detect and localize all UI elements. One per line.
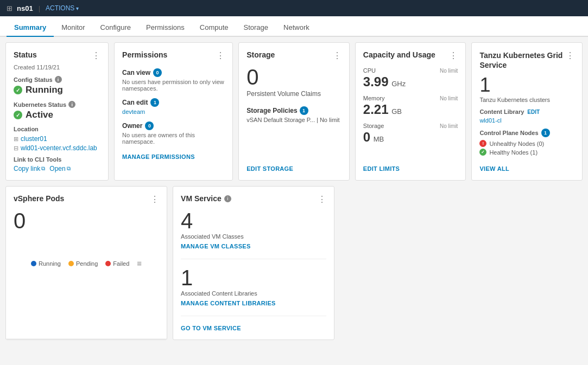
tab-monitor[interactable]: Monitor [54, 19, 92, 37]
capacity-card-title: Capacity and Usage [363, 50, 435, 59]
healthy-nodes-label: Healthy Nodes (1) [489, 149, 538, 156]
owner-text: No users are owners of this namespace. [122, 132, 225, 145]
tab-summary[interactable]: Summary [7, 19, 54, 37]
nav-tabs: Summary Monitor Configure Permissions Co… [0, 16, 588, 37]
open-icon: ⧉ [67, 165, 71, 172]
vm-service-card: VM Service i ⋮ 4 Associated VM Classes M… [173, 186, 334, 340]
storage-card: Storage ⋮ 0 Persistent Volume Claims Sto… [238, 42, 350, 181]
storage-usage-unit: MB [374, 135, 384, 143]
control-plane-label: Control Plane Nodes [479, 130, 538, 136]
storage-usage-section: Storage No limit 0 MB [363, 123, 458, 145]
can-view-label: Can view [122, 69, 150, 76]
content-library-label: Content Library [479, 108, 524, 115]
storage-card-menu-icon[interactable]: ⋮ [333, 50, 342, 61]
tanzu-card: Tanzu Kubernetes Grid Service ⋮ 1 Tanzu … [471, 42, 583, 181]
config-info-icon[interactable]: i [55, 76, 62, 83]
tab-permissions[interactable]: Permissions [138, 19, 192, 37]
memory-nolimit: No limit [440, 95, 458, 101]
healthy-node-icon: ✓ [479, 149, 486, 156]
cpu-label: CPU [363, 67, 376, 74]
vsphere-pods-card: vSphere Pods ⋮ 0 Running Pending Failed … [5, 186, 167, 340]
main-content: Status ⋮ Created 11/19/21 Config Status … [0, 37, 588, 345]
tanzu-card-title: Tanzu Kubernetes Grid Service [479, 50, 566, 70]
topbar-vm-icon: ⊞ [7, 4, 12, 12]
manage-content-libraries-link[interactable]: MANAGE CONTENT LIBRARIES [181, 300, 276, 306]
cpu-nolimit: No limit [440, 68, 458, 74]
storage-policy-value: vSAN Default Storage P... | No limit [246, 117, 342, 123]
cluster-icon: ⊞ [14, 136, 18, 143]
status-card-title: Status [14, 50, 37, 59]
content-library-name[interactable]: wld01-cl [479, 117, 501, 124]
pods-chart-legend: Running Pending Failed ≡ [14, 259, 159, 268]
manage-permissions-link[interactable]: MANAGE PERMISSIONS [122, 153, 195, 160]
vsphere-pods-title: vSphere Pods [14, 194, 64, 203]
owner-section: Owner 0 No users are owners of this name… [122, 121, 225, 145]
location-cluster[interactable]: ⊞ cluster01 [14, 135, 100, 143]
pending-legend-label: Pending [76, 260, 98, 267]
unhealthy-node-icon: ! [479, 140, 486, 147]
can-view-section: Can view 0 No users have permission to o… [122, 68, 225, 92]
vm-service-menu-icon[interactable]: ⋮ [318, 194, 326, 204]
pod-count: 0 [14, 210, 159, 232]
storage-policy-section: Storage Policies 1 vSAN Default Storage … [246, 106, 342, 123]
vsphere-pods-menu-icon[interactable]: ⋮ [150, 194, 159, 204]
cpu-section: CPU No limit 3.99 GHz [363, 67, 458, 89]
location-vcenter[interactable]: ⊟ wld01-vcenter.vcf.sddc.lab [14, 144, 100, 152]
storage-usage-label: Storage [363, 123, 384, 129]
k8s-status-green-icon: ✓ [14, 111, 22, 119]
tab-storage[interactable]: Storage [236, 19, 276, 37]
vm-classes-section: 4 Associated VM Classes MANAGE VM CLASSE… [181, 210, 326, 250]
k8s-info-icon[interactable]: i [68, 101, 75, 108]
status-card: Status ⋮ Created 11/19/21 Config Status … [5, 42, 109, 181]
can-edit-label: Can edit [122, 99, 148, 106]
can-view-badge: 0 [153, 68, 162, 77]
cpu-value: 3.99 [363, 74, 389, 89]
unhealthy-nodes-label: Unhealthy Nodes (0) [489, 140, 544, 147]
empty-spacer [340, 186, 583, 340]
memory-label: Memory [363, 95, 385, 101]
edit-storage-link[interactable]: EDIT STORAGE [246, 165, 293, 172]
failed-legend-label: Failed [113, 260, 129, 267]
go-to-vm-service-link[interactable]: GO TO VM SERVICE [181, 325, 241, 331]
status-card-menu-icon[interactable]: ⋮ [92, 50, 100, 61]
topbar-actions-button[interactable]: ACTIONS ▾ [46, 4, 79, 12]
copy-link[interactable]: Copy link ⧉ [14, 165, 45, 172]
failed-dot-icon [105, 261, 111, 266]
actions-chevron-icon: ▾ [76, 5, 79, 11]
config-status-label: Config Status i [14, 76, 100, 83]
edit-limits-link[interactable]: EDIT LIMITS [363, 165, 400, 172]
memory-unit: GB [391, 107, 402, 116]
storage-card-title: Storage [246, 50, 275, 59]
pending-dot-icon [68, 261, 74, 266]
storage-policy-badge: 1 [300, 106, 308, 115]
tab-network[interactable]: Network [276, 19, 317, 37]
permissions-card-title: Permissions [122, 50, 167, 59]
vm-classes-count: 4 [181, 210, 326, 232]
tab-configure[interactable]: Configure [93, 19, 138, 37]
can-edit-badge: 1 [150, 98, 159, 107]
content-libraries-count: 1 [181, 267, 326, 289]
capacity-card: Capacity and Usage ⋮ CPU No limit 3.99 G… [355, 42, 466, 181]
vm-service-info-icon[interactable]: i [224, 195, 231, 202]
tanzu-cluster-count: 1 [479, 75, 574, 95]
owner-badge: 0 [145, 121, 154, 130]
config-status-green-icon: ✓ [14, 86, 22, 94]
storage-usage-nolimit: No limit [440, 123, 458, 129]
manage-vm-classes-link[interactable]: MANAGE VM CLASSES [181, 243, 251, 249]
topbar-title: ns01 [17, 4, 33, 12]
chart-hamburger-icon[interactable]: ≡ [137, 259, 142, 268]
can-edit-value: devteam [122, 108, 225, 115]
memory-value: 2.21 [363, 102, 389, 117]
capacity-card-menu-icon[interactable]: ⋮ [449, 50, 458, 61]
vcenter-icon: ⊟ [14, 145, 18, 152]
kubernetes-status-label: Kubernetes Status i [14, 101, 100, 108]
tab-compute[interactable]: Compute [192, 19, 236, 37]
content-libraries-label: Associated Content Libraries [181, 290, 326, 297]
control-plane-section: Control Plane Nodes 1 ! Unhealthy Nodes … [479, 129, 574, 156]
view-all-link[interactable]: VIEW ALL [479, 165, 509, 172]
open-link[interactable]: Open ⧉ [49, 165, 70, 172]
tanzu-card-menu-icon[interactable]: ⋮ [566, 50, 574, 61]
content-library-section: Content Library EDIT wld01-cl [479, 108, 574, 124]
permissions-card-menu-icon[interactable]: ⋮ [216, 50, 225, 61]
content-library-edit-link[interactable]: EDIT [527, 109, 540, 115]
